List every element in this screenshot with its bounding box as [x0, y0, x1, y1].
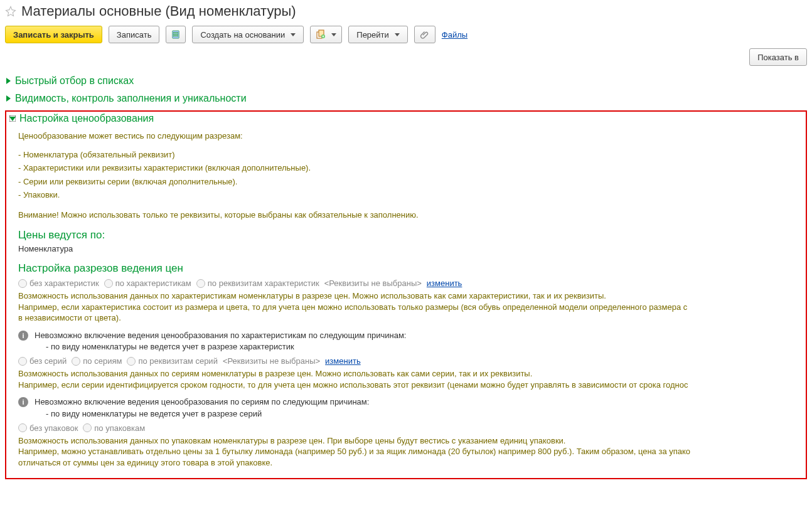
- attach-button[interactable]: [414, 26, 435, 43]
- show-all-button[interactable]: Показать в: [749, 48, 807, 66]
- series-info-line1: Невозможно включение ведения ценообразов…: [35, 396, 369, 408]
- pricing-item: - Упаковки.: [18, 189, 803, 201]
- chevron-right-icon: [5, 78, 11, 84]
- pack-radio-row: без упаковок по упаковкам: [18, 423, 803, 433]
- chevron-down-icon: [291, 33, 296, 36]
- radio-by-series[interactable]: по сериям: [72, 356, 122, 366]
- save-button[interactable]: Записать: [109, 26, 160, 43]
- save-and-close-button[interactable]: Записать и закрыть: [5, 26, 102, 43]
- char-desc: Возможность использования данных по хара…: [18, 290, 803, 324]
- pricing-item: - Номенклатура (обязательный реквизит): [18, 149, 803, 161]
- radio-no-char[interactable]: без характеристик: [18, 279, 99, 288]
- list-button[interactable]: [166, 26, 186, 43]
- chevron-right-icon: [5, 95, 11, 102]
- series-change-link[interactable]: изменить: [325, 356, 361, 366]
- files-link[interactable]: Файлы: [442, 30, 467, 40]
- svg-rect-3: [174, 36, 178, 36]
- series-hint: <Реквизиты не выбраны>: [223, 356, 320, 366]
- char-info-line2: - по виду номенклатуры не ведется учет в…: [46, 341, 406, 353]
- series-info: i Невозможно включение ведения ценообраз…: [18, 396, 803, 419]
- svg-rect-2: [174, 34, 178, 35]
- pricing-intro: Ценообразование может вестись по следующ…: [18, 130, 803, 142]
- radio-by-char-props[interactable]: по реквизитам характеристик: [196, 279, 319, 288]
- prices-by-value: Номенклатура: [18, 244, 803, 253]
- prices-by-heading: Цены ведутся по:: [18, 229, 803, 242]
- char-info-line1: Невозможно включение ведения ценообразов…: [35, 330, 406, 341]
- copy-dropdown-button[interactable]: [310, 26, 342, 43]
- slices-heading: Настройка разрезов ведения цен: [18, 262, 803, 275]
- page-title: Материалы основные (Вид номенклатуры): [21, 3, 296, 19]
- create-based-button[interactable]: Создать на основании: [192, 26, 304, 43]
- chevron-down-icon: [395, 33, 400, 36]
- radio-by-char[interactable]: по характеристикам: [104, 279, 191, 288]
- chevron-down-icon: [9, 115, 16, 122]
- pricing-warning: Внимание! Можно использовать только те р…: [18, 210, 803, 221]
- goto-button[interactable]: Перейти: [348, 26, 408, 43]
- char-info: i Невозможно включение ведения ценообраз…: [18, 330, 803, 353]
- char-radio-row: без характеристик по характеристикам по …: [18, 279, 803, 288]
- radio-by-series-props[interactable]: по реквизитам серий: [127, 356, 218, 366]
- chevron-down-icon: [331, 33, 336, 36]
- radio-no-series[interactable]: без серий: [18, 356, 67, 366]
- info-icon: i: [18, 397, 28, 407]
- section-visibility[interactable]: Видимость, контроль заполнения и уникаль…: [5, 93, 807, 104]
- highlighted-section: Настройка ценообразования Ценообразовани…: [5, 110, 807, 479]
- pack-desc: Возможность использования данных по упак…: [18, 435, 803, 469]
- series-info-line2: - по виду номенклатуры не ведется учет в…: [46, 408, 369, 420]
- char-change-link[interactable]: изменить: [427, 279, 462, 288]
- radio-no-pack[interactable]: без упаковок: [18, 423, 78, 433]
- toolbar: Записать и закрыть Записать Создать на о…: [5, 26, 807, 43]
- section-quick-filter[interactable]: Быстрый отбор в списках: [5, 75, 807, 87]
- radio-by-pack[interactable]: по упаковкам: [83, 423, 145, 433]
- section-pricing[interactable]: Настройка ценообразования: [9, 113, 803, 124]
- char-hint: <Реквизиты не выбраны>: [324, 279, 422, 288]
- series-radio-row: без серий по сериям по реквизитам серий …: [18, 356, 803, 366]
- info-icon: i: [18, 331, 28, 341]
- pricing-item: - Серии или реквизиты серии (включая доп…: [18, 176, 803, 188]
- favorite-star-icon[interactable]: [5, 6, 16, 17]
- series-desc: Возможность использования данных по сери…: [18, 368, 803, 390]
- svg-rect-1: [174, 33, 178, 33]
- pricing-item: - Характеристики или реквизиты характери…: [18, 162, 803, 174]
